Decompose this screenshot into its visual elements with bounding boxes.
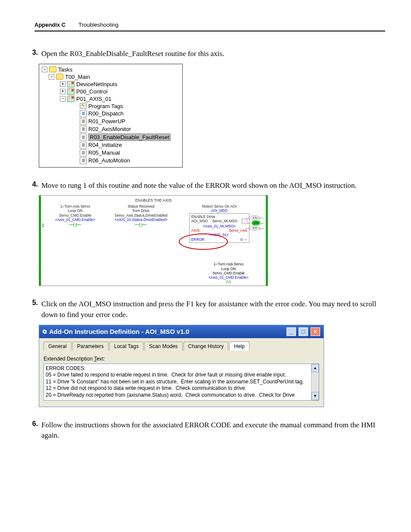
tree-tasks[interactable]: − Tasks bbox=[42, 66, 180, 73]
aoi-definition-window: ⧉ Add-On Instruction Definition - AOI_MS… bbox=[39, 325, 324, 407]
tab-strip: General Parameters Local Tags Scan Modes… bbox=[44, 342, 319, 351]
tab-help[interactable]: Help bbox=[229, 342, 249, 351]
vertical-scrollbar[interactable]: ▲ ▼ bbox=[311, 364, 319, 400]
rung-figure: 1 ENABLES THE AXIS 1=Turn Axis Servo Loo… bbox=[39, 195, 385, 286]
tree-r06[interactable]: R06_AutoMotion bbox=[80, 157, 180, 165]
step-text: Click on the AOI_MSO instruction and pre… bbox=[41, 299, 385, 320]
scroll-up-icon[interactable]: ▲ bbox=[311, 364, 319, 372]
tree-label: DeviceNetInputs bbox=[76, 81, 117, 87]
tree-label: R01_PowerUP bbox=[88, 118, 125, 124]
xic-contact-icon bbox=[140, 223, 142, 227]
collapse-icon[interactable]: − bbox=[49, 74, 54, 80]
tree-label: Tasks bbox=[58, 66, 72, 73]
routine-icon bbox=[80, 149, 87, 156]
tree-program-tags[interactable]: Program Tags bbox=[80, 103, 180, 110]
minimize-button[interactable]: _ bbox=[286, 327, 296, 336]
dialog-figure: ⧉ Add-On Instruction Definition - AOI_MS… bbox=[39, 325, 385, 407]
tree-label: R00_Dispatch bbox=[88, 110, 124, 117]
step-number: 6. bbox=[26, 420, 41, 441]
tab-scan-modes[interactable]: Scan Modes bbox=[144, 342, 183, 351]
window-body: General Parameters Local Tags Scan Modes… bbox=[39, 338, 324, 407]
step-4: 4. Move to rung 1 of this routine and no… bbox=[26, 180, 385, 191]
program-icon bbox=[67, 81, 75, 87]
ladder-rung: 1 ENABLES THE AXIS 1=Turn Axis Servo Loo… bbox=[39, 195, 268, 286]
routine-icon bbox=[80, 134, 87, 140]
task-icon bbox=[56, 74, 63, 80]
tab-local-tags[interactable]: Local Tags bbox=[109, 342, 143, 351]
program-icon bbox=[67, 88, 75, 95]
expand-icon[interactable]: + bbox=[60, 81, 65, 87]
contact-2: Status Received from Drive Servo_Axis.St… bbox=[110, 204, 172, 243]
step-number: 4. bbox=[26, 180, 41, 191]
tree-r00[interactable]: R00_Dispatch bbox=[80, 110, 180, 118]
tree-t00[interactable]: − T00_Main bbox=[49, 73, 180, 81]
section-title: Troubleshooting bbox=[78, 22, 118, 28]
window-titlebar: ⧉ Add-On Instruction Definition - AOI_MS… bbox=[39, 325, 324, 338]
tree-r05[interactable]: R05_Manual bbox=[80, 149, 180, 157]
step-text: Follow the instructions shown for the as… bbox=[41, 420, 385, 441]
error-highlight-circle bbox=[179, 233, 228, 250]
tree-r03[interactable]: R03_EnableDisable_FaultReset bbox=[80, 133, 180, 141]
tree-label: R04_Initialize bbox=[88, 142, 122, 148]
description-text[interactable]: ERROR CODES: 05 = Drive failed to respon… bbox=[44, 364, 311, 400]
tree-label-selected: R03_EnableDisable_FaultReset bbox=[88, 134, 171, 141]
close-button[interactable]: × bbox=[311, 327, 320, 336]
tree-label: Program Tags bbox=[88, 103, 123, 109]
routine-icon bbox=[80, 157, 87, 164]
tab-general[interactable]: General bbox=[44, 342, 72, 351]
step-text: Open the R03_EnableDisable_FaultReset ro… bbox=[41, 49, 385, 59]
step-6: 6. Follow the instructions shown for the… bbox=[26, 420, 385, 441]
collapse-icon[interactable]: − bbox=[42, 67, 47, 72]
appendix-label: Appendix C bbox=[34, 22, 65, 28]
tab-change-history[interactable]: Change History bbox=[184, 342, 229, 351]
app-icon: ⧉ bbox=[43, 328, 47, 335]
step-text: Move to rung 1 of this routine and note … bbox=[41, 180, 385, 191]
tree-label: R02_AxisMonitor bbox=[88, 126, 131, 132]
contact-1: 1=Turn Axis Servo Loop ON Servo_CMD.Enab… bbox=[44, 204, 106, 243]
rung-title: ENABLES THE AXIS bbox=[44, 198, 262, 202]
rung-number: 1 bbox=[42, 223, 44, 228]
scroll-track[interactable] bbox=[311, 372, 319, 392]
folder-icon bbox=[49, 66, 56, 72]
output-unlatch: 1=Turn Axis Servo Loop ON Servo_CMD.Enab… bbox=[209, 262, 249, 284]
routine-icon bbox=[80, 142, 87, 149]
tree-p01[interactable]: − P01_AXIS_01 bbox=[60, 95, 180, 103]
pin-dn: —DN— bbox=[247, 221, 264, 226]
step-number: 5. bbox=[26, 299, 41, 320]
description-textbox[interactable]: ERROR CODES: 05 = Drive failed to respon… bbox=[44, 364, 319, 401]
pin-er: —(ER)— bbox=[245, 226, 263, 231]
tree-label: P00_Control bbox=[76, 88, 107, 95]
tree-p00[interactable]: + P00_Control bbox=[60, 88, 180, 95]
xic-contact-icon bbox=[74, 223, 76, 227]
tree-devicenet[interactable]: + DeviceNetInputs bbox=[60, 81, 180, 88]
maximize-button[interactable]: □ bbox=[299, 327, 308, 336]
routine-icon bbox=[80, 126, 87, 133]
routine-icon bbox=[80, 110, 87, 117]
task-tree: − Tasks − T00_Main + DeviceNetInputs + P… bbox=[39, 64, 183, 168]
pin-en: —(EN)— bbox=[245, 215, 263, 221]
collapse-icon[interactable]: − bbox=[60, 96, 65, 102]
tree-r02[interactable]: R02_AxisMonitor bbox=[80, 125, 180, 133]
tree-label: P01_AXIS_01 bbox=[76, 96, 112, 102]
tree-r04[interactable]: R04_Initialize bbox=[80, 141, 180, 149]
description-label: Extended Description Text: bbox=[44, 356, 319, 362]
tree-figure: − Tasks − T00_Main + DeviceNetInputs + P… bbox=[39, 64, 385, 168]
tags-icon bbox=[80, 103, 87, 109]
step-5: 5. Click on the AOI_MSO instruction and … bbox=[26, 299, 385, 320]
tree-label: T00_Main bbox=[65, 74, 90, 80]
tree-r01[interactable]: R01_PowerUP bbox=[80, 118, 180, 125]
expand-icon[interactable]: + bbox=[60, 89, 65, 94]
window-title: Add-On Instruction Definition - AOI_MSO … bbox=[49, 328, 189, 335]
tree-label: R06_AutoMotion bbox=[88, 157, 130, 164]
tab-parameters[interactable]: Parameters bbox=[72, 342, 109, 351]
page-header: Appendix C Troubleshooting bbox=[34, 22, 385, 31]
scroll-down-icon[interactable]: ▼ bbox=[311, 392, 319, 400]
routine-icon bbox=[80, 118, 87, 125]
tree-label: R05_Manual bbox=[88, 149, 120, 156]
program-icon bbox=[67, 96, 75, 102]
step-3: 3. Open the R03_EnableDisable_FaultReset… bbox=[26, 49, 385, 59]
step-number: 3. bbox=[26, 49, 41, 59]
